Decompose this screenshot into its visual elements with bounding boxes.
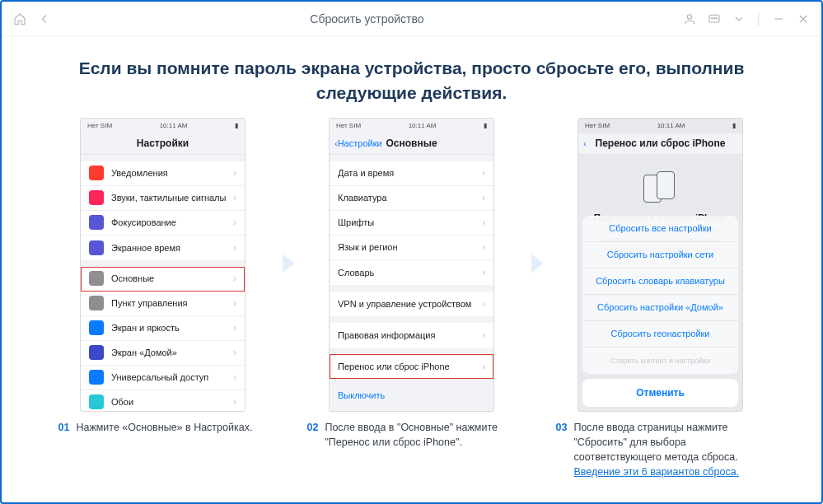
cancel-button[interactable]: Отменить [582,379,738,407]
battery-icon: ▮ [235,122,238,129]
settings-row: Обои› [81,390,245,411]
reset-option[interactable]: Сбросить словарь клавиатуры [582,268,738,295]
app-window: Сбросить устройство | Если вы помните па… [0,0,823,504]
svg-point-4 [716,17,717,18]
phone-screenshot-1: Нет SIM10:11 AM▮ Настройки Уведомления›З… [80,118,245,412]
step-caption: Нажмите «Основные» в Настройках. [76,420,252,435]
settings-row: Язык и регион› [330,236,493,260]
reset-option[interactable]: Сбросить настройки «Домой» [582,295,738,321]
minimize-icon[interactable] [772,12,785,26]
home-icon[interactable] [13,12,26,26]
reset-option[interactable]: Сбросить настройки сети [582,242,738,268]
settings-row: Пункт управления› [81,292,245,316]
back-icon[interactable] [38,12,51,26]
settings-row: Универсальный доступ› [81,366,245,390]
back-chevron: ‹ [583,138,587,148]
step-2: Нет SIM10:11 AM▮ ‹ НастройкиОсновные Дат… [304,118,520,450]
phone-screenshot-2: Нет SIM10:11 AM▮ ‹ НастройкиОсновные Дат… [329,118,494,412]
phones-icon [643,171,678,206]
settings-row: Уведомления› [81,161,245,186]
settings-row: VPN и управление устройством› [330,292,493,316]
step-number: 01 [58,420,70,435]
shutdown-link: Выключить [330,385,493,405]
settings-row: Основные› [81,267,245,292]
settings-row: Фокусирование› [81,211,245,236]
page-headline: Если вы помните пароль экрана устройства… [2,36,821,118]
step-1: Нет SIM10:11 AM▮ Настройки Уведомления›З… [55,118,271,435]
step-number: 03 [556,420,568,480]
settings-row: Перенос или сброс iPhone› [330,354,493,379]
back-link: ‹ Настройки [334,138,382,148]
settings-row: Экранное время› [81,236,245,260]
general-header: Основные [386,138,437,149]
settings-row: Правовая информация› [330,323,493,348]
settings-header: Настройки [137,138,189,149]
settings-row: Клавиатура› [330,186,493,211]
arrow-icon [271,250,304,278]
time-text: 10:11 AM [160,122,188,129]
reset-option[interactable]: Сбросить все настройки [582,216,738,242]
carrier-text: Нет SIM [87,122,112,129]
settings-row: Словарь› [330,260,493,285]
svg-point-2 [712,17,713,18]
intro-link[interactable]: Введение эти 6 вариантов сброса. [573,466,739,478]
reset-option[interactable]: Сбросить геонастройки [582,321,738,348]
step-3: Нет SIM10:11 AM▮ ‹Перенос или сброс iPho… [553,118,769,480]
settings-row: Экран и яркость› [81,316,245,341]
user-icon[interactable] [683,12,696,26]
feedback-icon[interactable] [708,12,721,26]
chevron-down-icon[interactable] [732,12,746,26]
arrow-icon [520,250,553,278]
close-icon[interactable] [797,12,810,26]
settings-row: Шрифты› [330,211,493,236]
step-caption: После ввода в "Основные" нажмите "Перено… [325,420,516,450]
steps-container: Нет SIM10:11 AM▮ Настройки Уведомления›З… [2,118,821,480]
settings-row: Дата и время› [330,161,493,186]
phone-screenshot-3: Нет SIM10:11 AM▮ ‹Перенос или сброс iPho… [578,118,743,412]
action-sheet: Сбросить все настройкиСбросить настройки… [582,216,738,407]
transfer-header: Перенос или сброс iPhone [596,138,726,149]
settings-row: Экран «Домой»› [81,341,245,366]
titlebar: Сбросить устройство | [2,2,821,36]
svg-point-3 [713,17,714,18]
svg-point-0 [687,14,691,18]
window-title: Сбросить устройство [51,12,683,26]
settings-row: Звуки, тактильные сигналы› [81,186,245,211]
step-caption: После ввода страницы нажмите "Сбросить" … [573,420,765,480]
reset-option[interactable]: Стереть контент и настройки [582,348,738,374]
step-number: 02 [307,420,319,450]
